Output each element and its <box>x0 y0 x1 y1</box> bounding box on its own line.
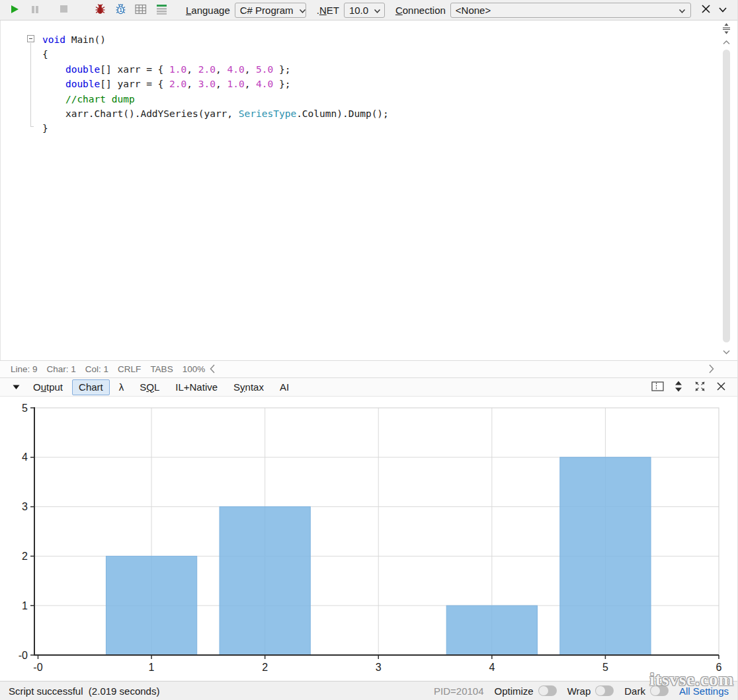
tab-output[interactable]: Output <box>26 379 69 395</box>
vertical-scrollbar[interactable] <box>721 37 732 358</box>
svg-text:-0: -0 <box>33 662 42 673</box>
dark-toggle[interactable]: Dark <box>624 685 669 697</box>
dotnet-label: .NET <box>317 5 339 16</box>
toolbar-more-button[interactable] <box>715 1 731 19</box>
dotnet-select-value: 10.0 <box>349 5 368 16</box>
play-icon <box>9 4 20 17</box>
pid-label: PID=20104 <box>434 685 483 697</box>
optimize-label: Optimize <box>495 685 534 697</box>
chart-panel: -012345-0123456 <box>0 397 737 681</box>
connection-label: Connection <box>395 5 446 16</box>
panel-icons <box>649 379 729 395</box>
editor-status-items: Line: 9Char: 1Col: 1CRLFTABS100% <box>11 364 205 374</box>
all-settings-link[interactable]: All Settings <box>679 685 729 697</box>
results-text-button[interactable] <box>153 1 169 19</box>
splitter-icon <box>722 22 731 37</box>
optimize-toggle[interactable]: Optimize <box>495 685 557 697</box>
output-tabs: OutputChartλSQLIL+NativeSyntaxAI <box>26 379 296 395</box>
svg-text:1: 1 <box>149 662 155 673</box>
code-line[interactable]: xarr.Chart().AddYSeries(yarr, SeriesType… <box>42 106 389 121</box>
scroll-down-button[interactable] <box>721 347 732 358</box>
editor-status-item: CRLF <box>118 364 141 374</box>
run-button[interactable] <box>7 1 22 19</box>
wrap-label: Wrap <box>567 685 591 697</box>
code-area[interactable]: void Main(){ double[] xarr = { 1.0, 2.0,… <box>1 32 389 136</box>
editor-status-bar: Line: 9Char: 1Col: 1CRLFTABS100% <box>0 360 737 377</box>
close-icon <box>701 4 711 16</box>
results-grid-icon <box>135 4 147 17</box>
language-label: Language <box>186 5 230 16</box>
language-select[interactable]: C# Program <box>235 3 306 18</box>
attach-debugger-button[interactable]: 1 <box>112 1 128 19</box>
code-line[interactable]: double[] xarr = { 1.0, 2.0, 4.0, 5.0 }; <box>42 62 389 77</box>
svg-text:4: 4 <box>489 662 495 673</box>
tab-ai[interactable]: AI <box>273 379 296 395</box>
code-line[interactable]: { <box>42 47 389 61</box>
toolbar: 1 Language C# Program .NET 10.0 Connecti… <box>0 0 737 20</box>
code-line[interactable]: } <box>42 121 389 136</box>
tab-label: AI <box>280 381 289 393</box>
pause-icon <box>30 5 40 16</box>
statusbar-right: PID=20104 Optimize Wrap Dark All Setting… <box>434 685 729 697</box>
debug-button[interactable] <box>92 1 108 19</box>
pause-button[interactable] <box>27 1 43 19</box>
dock-panel-button[interactable] <box>649 379 666 395</box>
code-line[interactable]: double[] yarr = { 2.0, 3.0, 1.0, 4.0 }; <box>42 77 389 91</box>
editor-status-item: Char: 1 <box>47 364 76 374</box>
wrap-toggle[interactable]: Wrap <box>567 685 614 697</box>
resize-panel-button[interactable] <box>670 379 687 395</box>
dock-panel-icon <box>651 381 664 393</box>
svg-text:1: 1 <box>22 600 28 611</box>
tab-label: λ <box>119 381 124 393</box>
tab-sql[interactable]: SQL <box>133 379 166 395</box>
tab-il-native[interactable]: IL+Native <box>169 379 224 395</box>
stop-icon <box>60 5 68 15</box>
split-editor-handle[interactable] <box>721 24 732 36</box>
svg-text:2: 2 <box>262 662 268 673</box>
connection-select[interactable]: <None> <box>450 3 691 18</box>
language-select-value: C# Program <box>240 5 294 16</box>
scroll-left-button[interactable] <box>209 364 216 376</box>
scroll-right-button[interactable] <box>708 364 715 376</box>
output-tabbar: OutputChartλSQLIL+NativeSyntaxAI <box>0 377 737 397</box>
dotnet-select[interactable]: 10.0 <box>344 3 385 18</box>
results-grid-button[interactable] <box>133 1 149 19</box>
scrollbar-thumb[interactable] <box>723 50 730 342</box>
toggle-off-icon <box>538 685 557 696</box>
tab-syntax[interactable]: Syntax <box>227 379 270 395</box>
tab-label: IL+Native <box>175 381 218 393</box>
code-line[interactable]: //chart dump <box>42 92 389 106</box>
chevron-down-icon <box>678 5 686 16</box>
tab-chart[interactable]: Chart <box>72 379 110 395</box>
close-query-button[interactable] <box>698 1 714 19</box>
svg-text:2: 2 <box>22 551 28 562</box>
close-panel-button[interactable] <box>712 379 729 395</box>
scroll-up-button[interactable] <box>721 37 732 48</box>
tab-label: u <box>41 381 46 393</box>
tab-label: L <box>154 381 159 393</box>
editor-status-item: Col: 1 <box>85 364 108 374</box>
connection-select-value: <None> <box>456 5 491 16</box>
arrange-panels-button[interactable] <box>691 379 708 395</box>
svg-text:5: 5 <box>602 662 608 673</box>
svg-text:5: 5 <box>22 403 28 414</box>
tab-label: O <box>33 381 41 393</box>
tab-label: Chart <box>79 381 103 393</box>
dark-label: Dark <box>624 685 645 697</box>
code-line[interactable]: void Main() <box>42 32 389 47</box>
svg-text:6: 6 <box>716 662 722 673</box>
results-text-icon <box>156 4 167 17</box>
toggle-knob <box>596 686 605 695</box>
bar-chart: -012345-0123456 <box>0 397 738 681</box>
tab-label: tput <box>46 381 63 393</box>
statusbar: Script successful (2.019 seconds) PID=20… <box>0 681 737 700</box>
tab-label: Q <box>146 381 154 393</box>
editor-status-item: 100% <box>183 364 206 374</box>
tab-lambda[interactable]: λ <box>112 379 131 395</box>
code-editor[interactable]: void Main(){ double[] xarr = { 1.0, 2.0,… <box>0 20 737 360</box>
editor-status-item: TABS <box>150 364 173 374</box>
collapse-panel-button[interactable] <box>8 380 24 395</box>
stop-button[interactable] <box>56 1 71 19</box>
svg-text:-0: -0 <box>19 650 28 661</box>
bug-blue-icon: 1 <box>114 3 127 17</box>
